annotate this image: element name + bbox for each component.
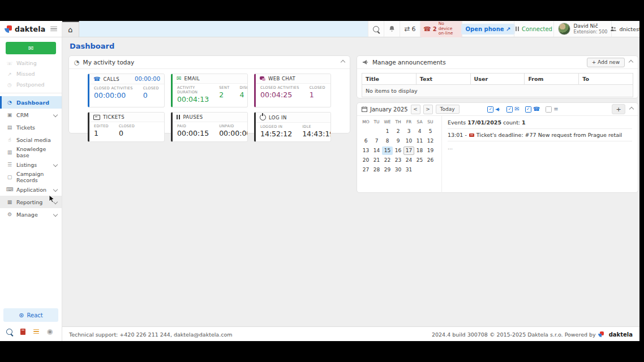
calendar-day[interactable]: 16 [393,146,403,155]
calendar-day[interactable]: 7 [371,137,382,145]
calendar-day[interactable]: 26 [425,156,436,165]
sidebar-item-label: Missed [16,71,35,77]
user-menu[interactable]: David Nič Extension: 500 [553,21,611,37]
crm-icon: ▣ [6,112,13,118]
calendar-day[interactable]: 24 [403,156,414,165]
sidebar-item-tickets[interactable]: ▤ Tickets [0,121,62,133]
stat-value: 14:43:19 [302,130,331,138]
sidebar-item-label: Application [16,187,46,193]
calendar-day[interactable]: 10 [403,137,414,145]
calendar-day[interactable]: 3 [403,127,414,136]
sidebar-item-missed[interactable]: ↗ Missed [0,68,62,79]
calendar-day[interactable]: 29 [382,166,393,174]
calendar-day[interactable]: 9 [393,137,403,145]
search-button[interactable] [368,21,384,37]
calendar-day[interactable]: 21 [371,156,382,165]
support-info: Technical support: +420 226 211 244, dak… [69,331,233,338]
calendar-day[interactable]: 13 [360,146,371,155]
phone-icon: ☎ [533,106,540,112]
prev-month-button[interactable]: < [411,105,420,114]
calendar-day[interactable]: 31 [403,166,414,174]
open-phone-button[interactable]: Open phone ↗ [461,24,516,35]
calendar-day[interactable]: 5 [425,127,436,136]
filter-announcements[interactable]: ✓ [487,106,501,113]
add-event-button[interactable]: + [612,104,625,114]
dow-label: SU [425,119,436,124]
column-header[interactable]: Text [417,74,471,84]
react-button[interactable]: ⊛ React [3,308,58,322]
list-icon: ≡ [553,106,558,112]
calendar-header: January 2025 < > Today ✓ ✓ ✉ [357,103,638,116]
panel-title: Manage announcements [372,59,446,66]
filter-calls[interactable]: ✓ ☎ [525,106,540,113]
calendar-day[interactable]: 19 [425,146,436,155]
notifications-button[interactable] [384,21,400,37]
calendar-day[interactable]: 25 [414,156,425,165]
calendar-day[interactable]: 27 [360,166,371,174]
sidebar-item-campaign-records[interactable]: ▢ Campaign Records [0,171,62,183]
card-title: TICKETS [103,114,124,120]
sidebar-item-postponed[interactable]: ◷ Postponed [0,79,62,90]
sidebar-item-social-media[interactable]: ☝ Social media [0,133,62,146]
collapse-panel-icon[interactable] [341,60,345,64]
calendar-day[interactable]: 28 [371,166,382,174]
calendar-day[interactable]: 2 [393,127,403,136]
changelog-button[interactable] [30,326,42,337]
today-button[interactable]: Today [436,105,460,114]
calendar-day[interactable]: 6 [360,137,371,145]
calendar-day[interactable]: 20 [360,156,371,165]
filter-tasks[interactable]: ≡ [546,106,558,113]
calendar-day[interactable]: 18 [414,146,425,155]
calendar-day[interactable]: 17 [403,146,414,155]
column-header[interactable]: To [579,74,633,84]
events-prefix: Events [448,119,466,126]
calendar-day[interactable]: 30 [393,166,403,174]
calendar-day-empty [425,166,436,174]
transfer-button[interactable]: ⇄ 6 [400,21,420,37]
hamburger-menu-icon[interactable] [50,27,57,32]
calendar-day[interactable]: 22 [382,156,393,165]
column-header[interactable]: From [525,74,579,84]
calendar-day[interactable]: 15 [382,146,393,155]
sidebar-item-crm[interactable]: ▣ CRM [0,109,62,121]
email-envelope-icon: ✉ [177,76,181,81]
stat-label: CLOSED ACTIVITIES [94,86,133,90]
event-item[interactable]: 13:01 - Ticket's deadline: #77 New reque… [448,132,632,138]
waiting-icon: ☏ [6,61,13,66]
calendar-day[interactable]: 11 [414,137,425,145]
filter-emails[interactable]: ✓ ✉ [506,106,519,113]
tab-home[interactable]: ⌂ [62,21,79,37]
sidebar-item-manage[interactable]: ⚙ Manage [0,208,62,221]
card-email: ✉ EMAIL ACTIVITY DURATION00:04:13 SENT2 … [171,74,248,107]
device-label: No device on-line [439,21,459,36]
calendar-day[interactable]: 4 [414,127,425,136]
calendar-day[interactable]: 14 [371,146,382,155]
sidebar-item-waiting[interactable]: ☏ Waiting [0,58,62,68]
sidebar-item-knowledge-base[interactable]: ▥ Knowledge base [0,146,62,158]
sidebar-item-listings[interactable]: ☰ Listings [0,158,62,171]
topbar-actions: ⇄ 6 ☎ 2 No device on-line Open phone ↗ C… [368,21,639,37]
device-status[interactable]: ☎ 2 No device on-line [420,21,462,37]
column-header[interactable]: Title [362,74,417,84]
account-switcher[interactable]: dnictest [611,21,639,37]
quick-search-button[interactable] [3,326,15,337]
calendar-day[interactable]: 23 [393,156,403,165]
chevron-down-icon [53,200,58,204]
manual-button[interactable] [16,326,29,337]
help-button[interactable]: ◉ [44,326,56,337]
calendar-day[interactable]: 8 [382,137,393,145]
sidebar-item-application[interactable]: ⌨ Application [0,183,62,196]
collapse-panel-icon[interactable] [629,107,634,111]
calendar-day[interactable]: 1 [382,127,393,136]
add-announcement-button[interactable]: + Add new [587,58,625,67]
sidebar-item-dashboard[interactable]: ◔ Dashboard [0,96,62,109]
sidebar-item-reporting[interactable]: ▦ Reporting [0,196,62,208]
next-month-button[interactable]: > [423,105,433,114]
calendar-month-label: January 2025 [370,106,408,113]
connection-status[interactable]: Connected [514,21,553,37]
new-message-button[interactable]: ✉ [6,42,56,54]
reporting-icon: ▦ [6,199,13,205]
calendar-day[interactable]: 12 [425,137,436,145]
collapse-panel-icon[interactable] [629,60,633,64]
column-header[interactable]: User [471,74,525,84]
